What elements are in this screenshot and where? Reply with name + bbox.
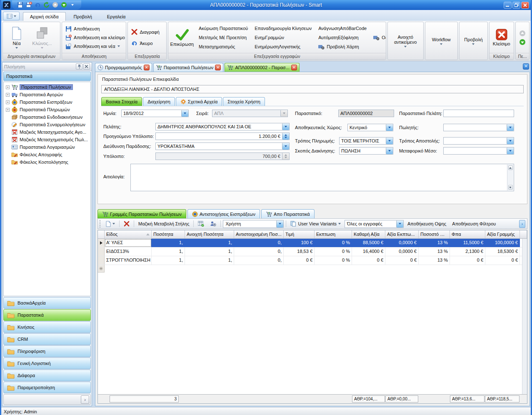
- column-header-net-value[interactable]: Καθαρή Αξία: [352, 230, 385, 238]
- grid-cell[interactable]: 1,: [152, 248, 185, 256]
- grid-user-view-button[interactable]: [208, 220, 218, 228]
- column-header-open-quantity[interactable]: Ανοιχτή Ποσότητα: [185, 230, 234, 238]
- column-header-item[interactable]: Είδος: [105, 230, 152, 238]
- close-button[interactable]: [521, 2, 529, 9]
- grid-cell[interactable]: Α' ΥΛΕΣ: [105, 239, 152, 247]
- tab-receipt-matching[interactable]: Αντιστοιχήσεις Εισπράξεων: [187, 209, 260, 218]
- grid-cell[interactable]: 18,53 €: [284, 248, 315, 256]
- undo-icon[interactable]: [34, 1, 41, 9]
- tree-item-internal-movements[interactable]: Παραστατικά Ενδοδιακινήσεων: [5, 113, 90, 121]
- grid-cell[interactable]: 0,: [234, 239, 284, 247]
- tab-related-files[interactable]: Σχετικά Αρχεία: [176, 97, 222, 106]
- record-down-icon[interactable]: [519, 39, 526, 45]
- grid-cell[interactable]: 0 €: [284, 256, 315, 265]
- tab-management[interactable]: Διαχείρηση: [143, 97, 175, 106]
- grid-cell[interactable]: 88,5000 €: [352, 239, 385, 247]
- customer-combo[interactable]: ΔΗΜΗΤΡΙΟΣ ΑΝΘΡΑΚΟΠΟΥΛΟΣ ΚΑΙ ΣΙΑ ΟΕ: [155, 123, 290, 130]
- doc-tab-sales-documents[interactable]: $ Παραστατικά Πωλήσεων ✕: [153, 63, 224, 72]
- view-button[interactable]: Προβολή: [461, 23, 486, 59]
- toolbar-overflow-button[interactable]: ›: [519, 220, 525, 228]
- view-selector-combo[interactable]: Χρήστη: [223, 220, 284, 228]
- column-header-vat[interactable]: Φπα: [450, 230, 485, 238]
- date-combo[interactable]: 18/9/2012: [121, 110, 189, 117]
- module-general-ledger[interactable]: Γενική Λογιστική: [3, 358, 91, 369]
- column-header-line-value[interactable]: Αξία Γραμμής: [485, 230, 520, 238]
- grid-cell[interactable]: 100 €: [284, 239, 315, 247]
- module-miscellaneous[interactable]: Διάφορα: [3, 370, 91, 381]
- grid-cell[interactable]: 1,: [152, 239, 185, 247]
- records-filter-combo[interactable]: Όλες οι εγγραφές: [345, 220, 404, 228]
- expand-icon[interactable]: +: [6, 108, 10, 112]
- column-header-discount[interactable]: Εκπτωση: [315, 230, 352, 238]
- doc-tab-current-document[interactable]: $ ΑΠΛ000000002 - Παρασ... ✕: [225, 63, 299, 72]
- column-header-matched-quantity[interactable]: Αντιστοιχισμένη Ποσ...: [234, 230, 284, 238]
- tab-basic-info[interactable]: Βασικα Στοιχεία: [101, 97, 142, 106]
- update-accounting-button[interactable]: ΕνημέρωσηΛογιστικής: [253, 44, 313, 50]
- tree-item-payment-documents[interactable]: + Παραστατικά Πληρωμών: [5, 106, 90, 113]
- prev-balance-field[interactable]: 1.200,00 €: [155, 132, 290, 140]
- grid-export-button[interactable]: [196, 220, 206, 228]
- grid-cell[interactable]: 16,4000 €: [352, 248, 385, 256]
- save-icon[interactable]: [16, 1, 24, 9]
- tree-item-account-documents[interactable]: Παραστατικά Λογαριασμών: [5, 143, 90, 151]
- column-header-discount-value[interactable]: Αξία Εκπτω...: [385, 230, 419, 238]
- grid-cell[interactable]: 0,: [234, 256, 284, 265]
- shipping-method-combo[interactable]: [443, 137, 514, 145]
- module-basic-files[interactable]: ΒασικάΑρχεία: [3, 297, 91, 309]
- module-documents[interactable]: Παραστατικά: [3, 309, 91, 321]
- expand-stack-button[interactable]: ›: [81, 395, 89, 404]
- tree-item-receipt-documents[interactable]: + Παραστατικά Εισπράξεων: [5, 98, 90, 106]
- nav-section-header[interactable]: Παραστατικά: [3, 72, 91, 81]
- grid-cell[interactable]: 0 €: [450, 256, 485, 265]
- grid-cell[interactable]: 0 €: [385, 256, 419, 265]
- save-view-button[interactable]: Αποθήκευση Οψης: [405, 220, 448, 228]
- pin-icon[interactable]: [76, 63, 82, 70]
- tree-item-mass-transform-purchases[interactable]: Μαζικός Μετασχηματισμός Αγο...: [5, 128, 90, 136]
- tree-item-assembly-documents[interactable]: Παραστατικά Συναρμολογήσεων: [5, 121, 90, 128]
- record-up-icon[interactable]: [519, 30, 526, 37]
- validate-button[interactable]: Επικύρωση: [170, 23, 194, 52]
- grid-cell[interactable]: ΣΤΡΟΓΓΥΛΟΠΟΙΗΣΗ: [105, 256, 152, 265]
- cancel-document-button[interactable]: Ακύρωση Παραστατικού: [197, 25, 250, 31]
- close-object-button[interactable]: Κλείσιμο: [491, 23, 512, 52]
- recreate-movements-button[interactable]: Επαναδημιουργία Κίνησεων: [253, 25, 313, 31]
- customer-doc-field[interactable]: [443, 110, 514, 117]
- grid-cell[interactable]: 0 %: [315, 239, 352, 247]
- grid-cell[interactable]: 0 €: [352, 256, 385, 265]
- expand-icon[interactable]: +: [6, 93, 10, 97]
- salesman-combo[interactable]: [443, 124, 514, 131]
- module-information[interactable]: Πληροφόριση: [3, 345, 91, 357]
- reason-textarea[interactable]: [130, 164, 514, 191]
- ribbon-tab-view[interactable]: Προβολή: [67, 12, 99, 21]
- grid-cell[interactable]: 0 %: [315, 248, 352, 256]
- module-movements[interactable]: Κινήσεις: [3, 321, 91, 333]
- close-tab-icon[interactable]: ✕: [215, 65, 221, 70]
- user-view-variants-button[interactable]: User View Variants: [288, 220, 343, 228]
- tab-sales-lines[interactable]: $ Γραμμές Παραστατικών Πωλήσεων: [97, 209, 186, 218]
- save-close-icon[interactable]: [25, 1, 32, 9]
- grid-cell[interactable]: 1,: [185, 248, 234, 256]
- close-tab-icon[interactable]: ✕: [144, 65, 150, 70]
- application-menu-button[interactable]: [3, 12, 20, 20]
- transport-means-combo[interactable]: [443, 147, 514, 155]
- tab-from-documents[interactable]: $ Απο Παραστατικά: [261, 209, 315, 218]
- expand-icon[interactable]: +: [6, 100, 10, 104]
- doc-tab-scheduling[interactable]: Προγραμματισμός ✕: [95, 63, 152, 72]
- tree-item-inventory-folder[interactable]: Φάκελος Απογραφής: [5, 151, 90, 158]
- qat-customize-icon[interactable]: [69, 1, 76, 9]
- grid-cell[interactable]: 2,1300 €: [450, 248, 485, 256]
- grid-cell[interactable]: 100,0000 €: [485, 239, 520, 247]
- grid-cell[interactable]: 1,: [185, 256, 234, 265]
- save-and-close-button[interactable]: Αποθήκευση και κλείσιμο: [64, 34, 126, 41]
- delete-line-button[interactable]: [122, 220, 132, 228]
- grid-cell[interactable]: 18,5300 €: [485, 248, 520, 256]
- transform-button[interactable]: Μετασχηματισμός: [197, 44, 250, 50]
- workflow-button[interactable]: Workflow: [427, 23, 456, 59]
- module-parameterization[interactable]: Παραμετροποίηση: [3, 382, 91, 393]
- grid-row[interactable]: ΕΙΔΟΣ13% 1, 1, 0, 18,53 € 0 % 16,4000 € …: [98, 248, 527, 256]
- grid-row[interactable]: Α' ΥΛΕΣ 1, 1, 0, 100 € 0 % 88,5000 € 0,0…: [98, 239, 527, 248]
- tree-item-sales-documents[interactable]: + $ Παραστατικά Πωλήσεων: [5, 83, 90, 91]
- grid-cell[interactable]: 0 %: [315, 256, 352, 265]
- tree-item-costing-folder[interactable]: Φάκελος Κοστολόγησης: [5, 158, 90, 166]
- save-button[interactable]: Αποθήκευση: [64, 25, 126, 32]
